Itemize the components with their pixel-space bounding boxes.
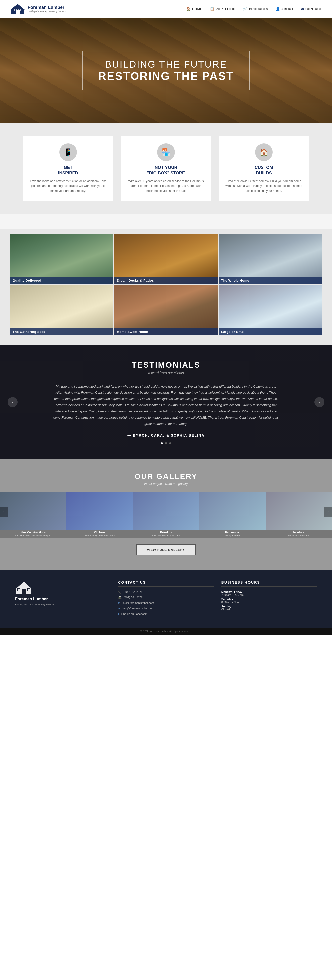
feature-icon-1: 🏪 <box>157 143 175 161</box>
strip-sub-4: beautiful & functional <box>266 535 332 538</box>
gallery-img-1 <box>114 234 218 284</box>
svg-rect-7 <box>22 589 26 594</box>
footer-saturday-hours: Saturday: 8:00 am - Noon <box>221 598 317 604</box>
contact-icon: ✉ <box>301 7 304 11</box>
footer-weekday-hours: Monday - Friday: 7:30 am - 5:00 pm <box>221 590 317 597</box>
nav-products[interactable]: 🛒 PRODUCTS <box>243 7 268 11</box>
strip-sub-0: see what we're currently working on <box>0 535 66 538</box>
footer-social[interactable]: f Find us on Facebook <box>118 612 213 616</box>
portfolio-icon: 📋 <box>210 7 214 11</box>
strip-sub-1: where family and friends meet <box>66 535 133 538</box>
nav-portfolio[interactable]: 📋 PORTFOLIO <box>210 7 236 11</box>
logo-sub: Building the Future, Restoring the Past <box>28 10 66 13</box>
gallery-label-0: Quality Delivered <box>10 277 113 284</box>
strip-label-2: Exteriors <box>133 530 199 535</box>
feature-desc-1: With over 60 years of dedicated service … <box>127 179 205 193</box>
strip-item-4[interactable]: Interiors beautiful & functional <box>266 492 332 538</box>
phone-icon: 📞 <box>118 590 122 594</box>
gallery-label-2: The Whole Home <box>219 277 322 284</box>
gallery-cell-3[interactable]: The Gathering Spot <box>10 285 113 335</box>
feature-icon-2: 🏠 <box>255 143 273 161</box>
strip-next-button[interactable]: › <box>324 507 332 517</box>
strip-item-0[interactable]: New Constructions see what we're current… <box>0 492 66 538</box>
strip-img-3 <box>199 492 266 530</box>
gallery-img-2 <box>219 234 322 284</box>
strip-label-0: New Constructions <box>0 530 66 535</box>
gallery-cell-1[interactable]: Dream Decks & Patios <box>114 234 218 284</box>
hero-line1: BUILDING THE FUTURE <box>98 59 234 70</box>
testimonial-dots <box>20 442 312 444</box>
strip-sub-3: luxury at home <box>199 535 266 538</box>
gallery-label-1: Dream Decks & Patios <box>114 277 218 284</box>
strip-item-2[interactable]: Exteriors make the most of your home <box>133 492 199 538</box>
gallery-label-3: The Gathering Spot <box>10 328 113 335</box>
footer-logo-icon <box>15 580 33 595</box>
strip-label-3: Bathrooms <box>199 530 266 535</box>
gallery-cell-5[interactable]: Large or Small <box>219 285 322 335</box>
footer-hours-title: BUSINESS HOURS <box>221 580 317 587</box>
our-gallery-subtitle: latest projects from the gallery <box>0 482 332 485</box>
footer-hours: BUSINESS HOURS Monday - Friday: 7:30 am … <box>221 580 317 612</box>
footer-email2: ✉ ben@foremanlumber.com <box>118 607 213 611</box>
strip-sub-2: make the most of your home <box>133 535 199 538</box>
logo-name: Foreman Lumber <box>28 5 66 10</box>
email-icon-1: ✉ <box>118 602 120 605</box>
testimonial-dot-0[interactable] <box>161 442 163 444</box>
hero-line2: RESTORING THE PAST <box>98 70 234 83</box>
gallery-img-4 <box>114 285 218 335</box>
gallery-cell-4[interactable]: Home Sweet Home <box>114 285 218 335</box>
bottom-bar: © 2024 Foreman Lumber. All Rights Reserv… <box>0 628 332 635</box>
testimonial-author: — BYRON, CARA, & SOPHIA BELINA <box>20 433 312 438</box>
gallery-img-5 <box>219 285 322 335</box>
testimonial-dot-1[interactable] <box>165 442 167 444</box>
strip-item-3[interactable]: Bathrooms luxury at home <box>199 492 266 538</box>
testimonials-section: ‹ TESTIMONIALS a word from our clients M… <box>0 345 332 460</box>
nav-about[interactable]: 👤 ABOUT <box>275 7 293 11</box>
gallery-img-3 <box>10 285 113 335</box>
testimonial-next-button[interactable]: › <box>315 397 324 407</box>
feature-title-2: CUSTOMBUILDS <box>225 165 303 176</box>
footer-fax: 📠 (402) 564-2176 <box>118 596 213 600</box>
strip-label-1: Kitchens <box>66 530 133 535</box>
feature-title-0: GETGET INSPIREDINSPIRED <box>29 165 107 176</box>
gallery-img-0 <box>10 234 113 284</box>
gallery-cell-0[interactable]: Quality Delivered <box>10 234 113 284</box>
footer-phone: 📞 (402) 564-2175 <box>118 590 213 594</box>
hero-content: BUILDING THE FUTURE RESTORING THE PAST <box>82 51 249 91</box>
strip-img-4 <box>266 492 332 530</box>
facebook-icon: f <box>118 613 119 616</box>
gallery-label-5: Large or Small <box>219 328 322 335</box>
nav-contact[interactable]: ✉ CONTACT <box>301 7 322 11</box>
fax-icon: 📠 <box>118 596 122 600</box>
footer-email: ✉ info@foremanlumber.com <box>118 601 213 605</box>
strip-item-1[interactable]: Kitchens where family and friends meet <box>66 492 133 538</box>
testimonials-subtitle: a word from our clients <box>20 371 312 375</box>
strip-label-4: Interiors <box>266 530 332 535</box>
gallery-grid: Quality Delivered Dream Decks & Patios T… <box>10 234 322 335</box>
svg-marker-6 <box>16 582 32 589</box>
hero-section: BUILDING THE FUTURE RESTORING THE PAST <box>0 18 332 123</box>
feature-title-1: NOT YOUR"BIG BOX" STORE <box>127 165 205 176</box>
gallery-grid-section: Quality Delivered Dream Decks & Patios T… <box>0 229 332 345</box>
testimonial-dot-2[interactable] <box>169 442 171 444</box>
svg-marker-1 <box>11 4 25 10</box>
view-full-gallery-button[interactable]: VIEW FULL GALLERY <box>136 544 196 555</box>
nav: 🏠 HOME 📋 PORTFOLIO 🛒 PRODUCTS 👤 ABOUT ✉ … <box>186 7 322 11</box>
footer-logo-sub: Building the Future, Restoring the Past <box>15 603 54 606</box>
nav-home[interactable]: 🏠 HOME <box>186 7 202 11</box>
feature-card-1: 🏪 NOT YOUR"BIG BOX" STORE With over 60 y… <box>121 136 211 201</box>
strip-img-0 <box>0 492 66 530</box>
gallery-label-4: Home Sweet Home <box>114 328 218 335</box>
features-section: 📱 GETGET INSPIREDINSPIRED Love the looks… <box>0 123 332 213</box>
footer: Foreman Lumber Building the Future, Rest… <box>0 570 332 628</box>
gallery-strip: ‹ New Constructions see what we're curre… <box>0 492 332 538</box>
testimonial-text: My wife and I contemplated back and fort… <box>53 383 279 427</box>
testimonial-prev-button[interactable]: ‹ <box>8 397 17 407</box>
spacer <box>0 213 332 229</box>
products-icon: 🛒 <box>243 7 248 11</box>
gallery-cell-2[interactable]: The Whole Home <box>219 234 322 284</box>
footer-contact: CONTACT US 📞 (402) 564-2175 📠 (402) 564-… <box>118 580 213 618</box>
strip-img-2 <box>133 492 199 530</box>
logo-icon <box>10 3 25 15</box>
strip-prev-button[interactable]: ‹ <box>0 507 8 517</box>
